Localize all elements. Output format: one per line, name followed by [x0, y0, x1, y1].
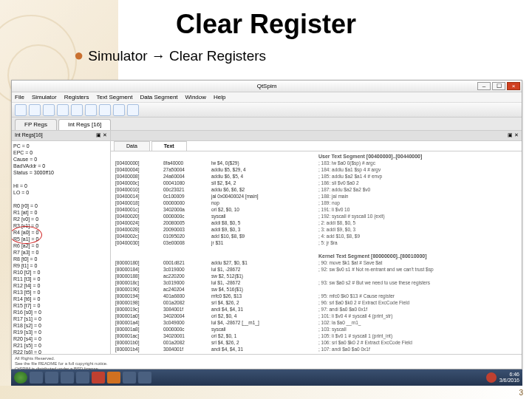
tab-int-regs[interactable]: Int Regs [16]	[58, 119, 111, 130]
menu-text-segment[interactable]: Text Segment	[96, 94, 132, 100]
start-button[interactable]	[14, 372, 27, 383]
pane-controls[interactable]: ▣ ✕	[508, 132, 519, 139]
register-row: R13 [t5] = 0	[13, 289, 109, 296]
toolbar-button[interactable]	[57, 104, 69, 116]
code-cell: [00400000]	[115, 160, 163, 166]
toolbar-button[interactable]	[127, 104, 139, 116]
code-cell: 34020004	[163, 313, 211, 319]
code-cell: ; 101: li $v0 4 # syscall 4 (print_str)	[318, 313, 517, 319]
code-cell: ; 186: sll $v0 $a0 2	[318, 180, 517, 186]
code-cell: 3084001f	[163, 306, 211, 313]
code-cell: 401a6800	[163, 293, 211, 299]
code-cell: addiu $6, $5, 4	[211, 173, 318, 180]
code-cell: ; 188: jal main	[318, 193, 517, 200]
register-row: R6 [a2] = 0	[13, 242, 109, 249]
code-cell: ; 192: syscall # syscall 10 (exit)	[318, 213, 517, 219]
menu-file[interactable]: File	[15, 94, 24, 100]
code-cell: srl $4, $26, 2	[211, 339, 318, 346]
code-cell: 3c049000	[163, 319, 211, 326]
code-cell: ; 191: li $v0 10	[318, 206, 517, 213]
toolbar-button[interactable]	[113, 104, 125, 116]
tab-fp-regs[interactable]: FP Regs	[15, 119, 57, 130]
code-cell: ; 185: addiu $a2 $a1 4 # envp	[318, 173, 517, 180]
code-cell: [00400028]	[115, 226, 163, 233]
taskbar-icon[interactable]	[45, 372, 58, 383]
toolbar-button[interactable]	[85, 104, 97, 116]
taskbar-icon[interactable]	[138, 372, 151, 383]
menu-registers[interactable]: Registers	[64, 94, 89, 100]
toolbar-button[interactable]	[71, 104, 83, 116]
register-row: Status = 3000ff10	[13, 169, 109, 176]
code-cell: [0040001c]	[115, 206, 163, 213]
register-row: R21 [s5] = 0	[13, 342, 109, 349]
toolbar-button[interactable]	[29, 104, 41, 116]
code-cell: [800001b4]	[115, 346, 163, 352]
code-cell: ; 183: lw $a0 0($sp) # argc	[318, 160, 517, 166]
code-cell: 20080005	[163, 219, 211, 226]
register-row: R2 [v0] = 0	[13, 216, 109, 222]
tab-data[interactable]: Data	[114, 141, 150, 151]
taskbar-icon[interactable]	[123, 372, 136, 383]
code-cell: nop	[211, 200, 318, 206]
toolbar-button[interactable]	[43, 104, 55, 116]
code-cell: sll $2, $4, 2	[211, 180, 318, 186]
code-cell: ; 107: andi $a0 $a0 0x1f	[318, 346, 517, 352]
code-cell: 20090003	[163, 226, 211, 233]
code-cell: addu $27, $0, $1	[211, 259, 318, 266]
code-cell: [80000180]	[115, 259, 163, 266]
titlebar: QtSpim – ☐ ×	[12, 81, 522, 92]
register-tabbar: FP Regs Int Regs [16]	[12, 117, 522, 131]
taskbar-icon[interactable]	[76, 372, 89, 383]
register-row: R19 [s3] = 0	[13, 329, 109, 335]
clock[interactable]: 6:463/6/2016	[499, 372, 519, 383]
taskbar-icon[interactable]	[92, 372, 105, 383]
pane-controls[interactable]: ▣ ✕	[96, 132, 107, 139]
menu-simulator[interactable]: Simulator	[32, 94, 57, 100]
code-cell: 3084001f	[163, 346, 211, 352]
close-button[interactable]: ×	[507, 82, 520, 90]
code-cell: ; 184: addiu $a1 $sp 4 # argv	[318, 166, 517, 173]
minimize-button[interactable]: –	[477, 82, 491, 90]
code-cell: mfc0 $26, $13	[211, 293, 318, 299]
taskbar-icon[interactable]	[61, 372, 74, 383]
toolbar	[12, 103, 522, 117]
code-cell: 8fa40000	[163, 160, 211, 166]
toolbar-button[interactable]	[99, 104, 111, 116]
tray-icon[interactable]	[486, 372, 497, 383]
register-row: R22 [s6] = 0	[13, 349, 109, 354]
code-cell	[318, 273, 517, 279]
toolbar-button[interactable]	[15, 104, 27, 116]
maximize-button[interactable]: ☐	[492, 82, 505, 90]
register-row: R7 [a3] = 0	[13, 249, 109, 256]
register-row: R14 [t6] = 0	[13, 296, 109, 302]
menu-window[interactable]: Window	[185, 94, 206, 100]
register-row: EPC = 0	[13, 149, 109, 156]
code-cell: 001a2082	[163, 339, 211, 346]
code-cell: ; 102: la $a0 __m1_	[318, 319, 517, 326]
code-cell: 01095020	[163, 233, 211, 239]
register-row: R12 [t4] = 0	[13, 282, 109, 289]
taskbar-icon[interactable]	[107, 372, 120, 383]
code-cell: 03e00008	[163, 239, 211, 246]
tab-text[interactable]: Text	[151, 141, 187, 151]
register-row: R1 [at] = 0	[13, 209, 109, 216]
register-row: R3 [v1] = 0	[13, 222, 109, 229]
code-cell: ori $2, $0, 1	[211, 332, 318, 339]
code-cell: addiu $5, $29, 4	[211, 166, 318, 173]
code-cell: syscall	[211, 213, 318, 219]
menu-data-segment[interactable]: Data Segment	[140, 94, 177, 100]
register-row: R10 [t2] = 0	[13, 269, 109, 276]
code-cell: lui $1, -28672	[211, 279, 318, 286]
code-cell: lw $4, 0($29)	[211, 160, 318, 166]
register-row: R20 [s4] = 0	[13, 335, 109, 342]
code-cell: [00400020]	[115, 213, 163, 219]
footer-line: All Rights Reserved.	[15, 356, 519, 361]
menu-help[interactable]: Help	[214, 94, 225, 100]
code-cell: 34020001	[163, 332, 211, 339]
code-cell: ; 189: nop	[318, 200, 517, 206]
taskbar-icon[interactable]	[30, 372, 43, 383]
register-row	[13, 196, 109, 202]
code-cell: [80000198]	[115, 299, 163, 306]
code-cell: [80000194]	[115, 293, 163, 299]
code-cell: [00400010]	[115, 186, 163, 193]
